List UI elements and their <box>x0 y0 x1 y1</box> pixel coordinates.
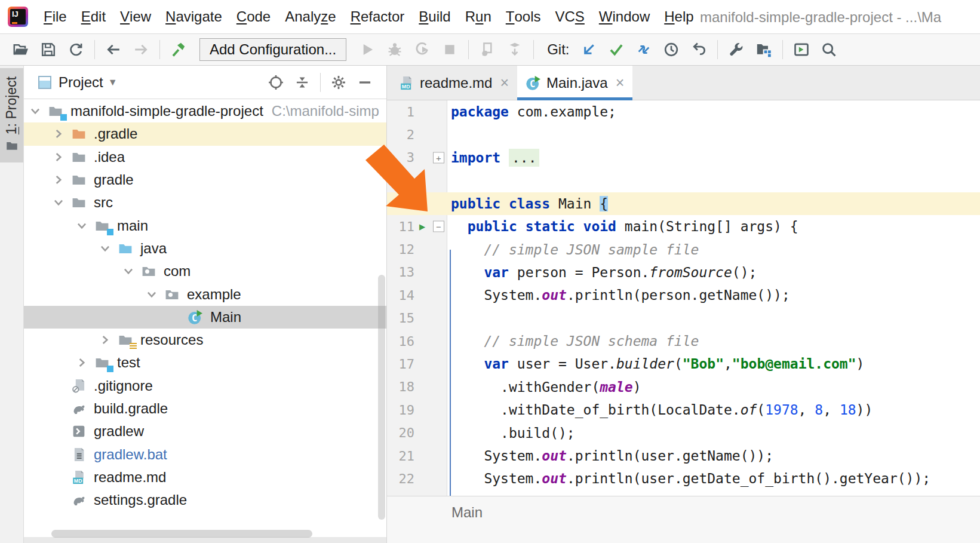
tree-row[interactable]: gradlew <box>24 420 386 443</box>
menu-run[interactable]: Run <box>458 0 499 33</box>
search-everywhere-button[interactable] <box>815 38 843 62</box>
line-number: 10 <box>387 196 414 211</box>
chevron-right-icon[interactable] <box>52 172 71 188</box>
tree-row[interactable]: com <box>24 260 386 283</box>
locate-file-button[interactable] <box>263 70 289 94</box>
chevron-right-icon[interactable] <box>99 332 118 348</box>
tab-readme.md[interactable]: readme.md× <box>391 66 517 100</box>
run-line-button[interactable]: ▶ <box>419 222 425 232</box>
back-button[interactable] <box>100 38 127 62</box>
code-editor[interactable]: 1package com.example;23+import ...10▶pub… <box>387 100 980 496</box>
coverage-icon <box>414 41 431 58</box>
tree-row[interactable]: example <box>24 283 386 305</box>
chevron-down-icon[interactable] <box>99 241 118 256</box>
fold-toggle[interactable]: + <box>433 152 444 163</box>
tree-row[interactable]: test <box>24 351 386 374</box>
chevron-down-icon[interactable] <box>145 287 164 302</box>
open-button[interactable] <box>7 38 35 62</box>
tree-row[interactable]: manifold-simple-gradle-projectC:\manifol… <box>24 100 386 122</box>
menu-file[interactable]: File <box>36 0 74 33</box>
tree-item-label: settings.gradle <box>94 492 187 508</box>
menu-help[interactable]: Help <box>657 0 701 33</box>
menu-edit[interactable]: Edit <box>74 0 113 33</box>
tree-vertical-scrollbar[interactable] <box>378 275 385 520</box>
tree-item-label: test <box>117 354 140 371</box>
tree-row[interactable]: settings.gradle <box>24 489 386 511</box>
project-panel-header: Project ▼ <box>24 66 386 99</box>
menu-window[interactable]: Window <box>592 0 657 33</box>
tree-row[interactable]: External Libraries <box>24 537 386 543</box>
menu-refactor[interactable]: Refactor <box>343 0 412 33</box>
tree-row[interactable]: .gitignore <box>24 375 386 397</box>
hide-panel-button[interactable] <box>352 70 378 94</box>
chevron-right-icon[interactable] <box>75 355 94 370</box>
menu-analyze[interactable]: Analyze <box>278 0 343 33</box>
tree-row[interactable]: gradlew.bat <box>24 443 386 465</box>
toolbar-separator <box>94 40 95 59</box>
git-rollback-button[interactable] <box>685 38 712 62</box>
menu-tools[interactable]: Tools <box>499 0 548 33</box>
save-all-button[interactable] <box>35 38 62 62</box>
tree-row[interactable]: src <box>24 191 386 214</box>
tree-row[interactable]: build.gradle <box>24 397 386 420</box>
close-icon[interactable]: × <box>616 74 625 91</box>
chevron-right-icon[interactable] <box>52 149 71 165</box>
collapse-all-button[interactable] <box>289 70 315 94</box>
tree-row[interactable]: gradle <box>24 168 386 191</box>
tree-item-label: build.gradle <box>94 400 168 417</box>
run-anything-button[interactable] <box>788 38 815 62</box>
tree-row[interactable]: resources <box>24 329 386 351</box>
add-configuration-button[interactable]: Add Configuration... <box>199 38 346 61</box>
build-project-button[interactable] <box>165 38 192 62</box>
gutter-markers <box>414 376 447 398</box>
chevron-down-icon[interactable] <box>75 218 94 234</box>
gradle-glyph <box>71 492 87 508</box>
menu-code[interactable]: Code <box>229 0 278 33</box>
tree-row[interactable]: Main <box>24 306 386 329</box>
run-line-button[interactable]: ▶ <box>419 198 425 208</box>
tab-Main.java[interactable]: Main.java× <box>517 66 632 100</box>
project-stripe-tab[interactable]: 1: Project <box>0 68 23 162</box>
tree-row[interactable]: readme.md <box>24 466 386 489</box>
resources-badge <box>130 343 137 349</box>
settings-button[interactable] <box>723 38 750 62</box>
class-run-icon <box>188 309 205 325</box>
chevron-down-icon[interactable] <box>52 195 71 210</box>
close-icon[interactable]: × <box>500 74 509 91</box>
menu-vcs[interactable]: VCS <box>548 0 591 33</box>
tree-row[interactable]: .gradle <box>24 122 386 145</box>
local-history-button[interactable] <box>658 38 685 62</box>
menu-view[interactable]: View <box>113 0 158 33</box>
update-icon <box>580 41 597 58</box>
chevron-right-icon[interactable] <box>52 126 71 142</box>
synchronize-button[interactable] <box>62 38 90 62</box>
gradle-glyph <box>71 401 87 416</box>
tree-row[interactable]: main <box>24 214 386 237</box>
push-icon <box>635 41 652 58</box>
chevron-glyph <box>52 151 65 164</box>
debug-button <box>381 38 408 62</box>
class-run-icon <box>526 75 541 91</box>
line-number: 18 <box>387 379 414 394</box>
tree-row[interactable]: .idea <box>24 146 386 168</box>
git-push-button[interactable] <box>630 38 658 62</box>
menu-build[interactable]: Build <box>411 0 457 33</box>
chevron-right-icon[interactable] <box>29 541 48 543</box>
panel-settings-button[interactable] <box>325 70 352 94</box>
project-view-title[interactable]: Project <box>59 74 103 91</box>
lib-glyph <box>48 541 63 543</box>
chevron-down-icon[interactable] <box>122 263 141 279</box>
breadcrumb-item[interactable]: Main <box>451 504 483 520</box>
menu-navigate[interactable]: Navigate <box>158 0 229 33</box>
git-update-button[interactable] <box>575 38 603 62</box>
line-number: 15 <box>387 311 414 326</box>
project-structure-button[interactable] <box>750 38 778 62</box>
console-icon <box>71 424 89 439</box>
chevron-down-icon[interactable] <box>29 103 48 119</box>
tree-row[interactable]: java <box>24 237 386 260</box>
fold-toggle[interactable]: − <box>433 221 444 232</box>
chevron-glyph <box>99 242 112 255</box>
tree-horizontal-scrollbar[interactable] <box>51 530 312 538</box>
git-commit-button[interactable] <box>603 38 630 62</box>
chevron-down-icon[interactable]: ▼ <box>108 77 118 88</box>
